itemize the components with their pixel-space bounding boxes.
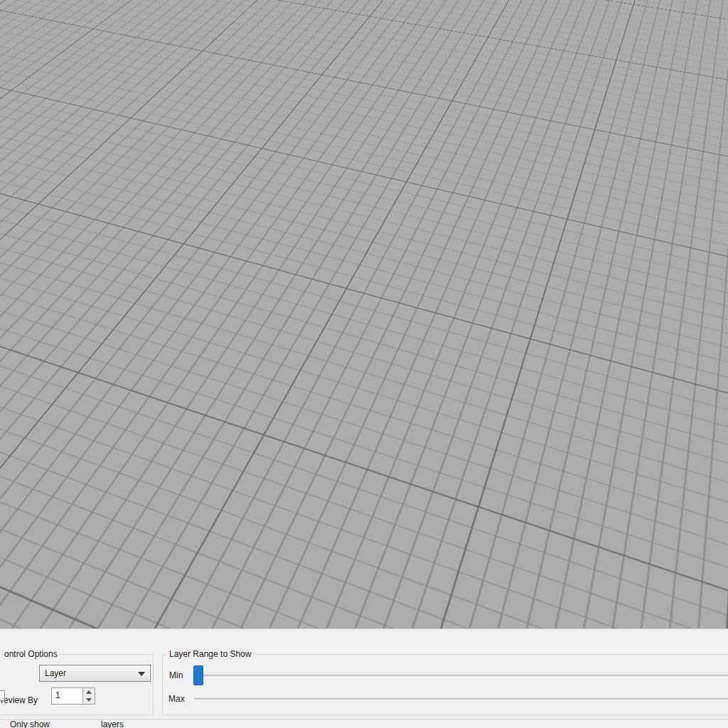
only-show-checkbox[interactable] [0, 690, 5, 701]
preview-by-dropdown[interactable]: Layer [39, 665, 151, 682]
preview-3d-viewport[interactable] [0, 0, 728, 628]
support-pillar-right [427, 301, 446, 501]
preview-by-label: review By [1, 695, 38, 705]
spin-down-icon [86, 698, 92, 702]
max-label: Max [168, 694, 185, 704]
min-label: Min [169, 670, 183, 680]
sliced-model-scene [0, 0, 728, 628]
control-options-group: ontrol Options review By Layer Only show… [0, 654, 154, 715]
min-slider-handle[interactable] [193, 665, 203, 685]
layer-range-group-label: Layer Range to Show [166, 649, 254, 659]
min-slider-track[interactable] [194, 675, 728, 678]
control-options-group-label: ontrol Options [1, 649, 60, 659]
layers-spinbox[interactable]: 1 [51, 687, 95, 705]
max-slider-track[interactable] [194, 698, 728, 701]
spin-up-icon [86, 690, 92, 694]
chevron-down-icon [138, 672, 145, 676]
preview-control-panel: ontrol Options review By Layer Only show… [0, 628, 728, 728]
layers-spinbox-value: 1 [55, 690, 60, 700]
support-pillar-front [314, 286, 390, 528]
preview-by-dropdown-value: Layer [45, 668, 66, 678]
support-pillar-rear [446, 248, 471, 472]
spin-down-button[interactable] [83, 696, 95, 704]
support-pillar-mid [395, 311, 424, 518]
support-pillar-left [195, 190, 253, 414]
layer-range-group: Layer Range to Show Min Max [162, 654, 728, 715]
